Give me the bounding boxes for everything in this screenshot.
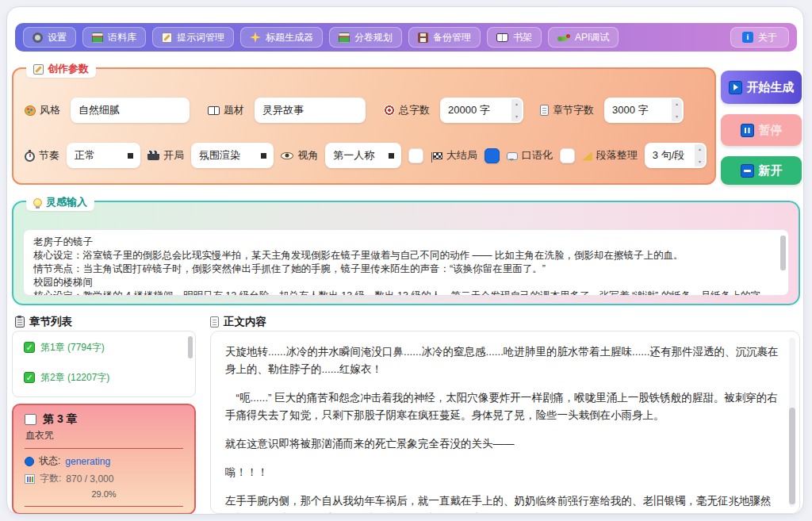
status-dot-icon (25, 457, 34, 466)
inspiration-title: 灵感输入 (26, 193, 94, 211)
paragraph-checkbox[interactable] (560, 148, 575, 163)
style-input[interactable]: 自然细腻 (71, 98, 190, 123)
finale-checkbox[interactable] (408, 148, 423, 163)
inspiration-textarea[interactable]: 老房子的镜子 核心设定：浴室镜子里的倒影总会比现实慢半拍，某天主角发现倒影在镜子… (23, 229, 789, 296)
corpus-book-icon (92, 33, 103, 43)
volume-plan-button[interactable]: 分卷规划 (329, 27, 402, 48)
creation-params-panel: 创作参数 风格 自然细腻 题材 灵异故事 总字数 20000 字 (12, 67, 716, 185)
eye-icon (281, 152, 293, 159)
page-icon (540, 105, 549, 116)
content-paragraph: 嗡！！！ (225, 464, 779, 481)
triangle-ruler-icon (582, 152, 592, 161)
gear-icon (33, 33, 43, 43)
theme-input[interactable]: 灵异故事 (255, 98, 366, 123)
paragraph-label: 段落整理 (582, 148, 638, 163)
divider (25, 506, 183, 507)
pov-select[interactable]: 第一人称 (325, 143, 401, 168)
chapter-list-item[interactable]: 第1章 (7794字) (24, 339, 184, 355)
colloquial-checkbox[interactable] (485, 148, 500, 163)
content-scrollbar-thumb[interactable] (789, 408, 795, 504)
lightbulb-icon (33, 198, 42, 207)
sparkles-icon (250, 32, 261, 43)
checkmark-icon (24, 342, 35, 353)
memo-icon (33, 64, 44, 75)
play-icon (729, 81, 742, 94)
checkmark-icon (24, 372, 35, 383)
params-row-2: 节奏 正常 开局 氛围渲染 视角 第一人称 大结局 (25, 143, 707, 168)
speech-bubble-icon (507, 152, 518, 160)
settings-label: 设置 (48, 31, 67, 44)
content-area[interactable]: 天旋地转......冰冷的井水瞬间淹没口鼻......冰冷的窒息感......呛… (210, 331, 800, 514)
status-row: 状态: generating (25, 454, 183, 468)
word-count-row: 字数: 870 / 3,000 (25, 472, 183, 485)
document-icon (210, 316, 219, 328)
current-chapter-card[interactable]: 第 3 章 血衣咒 状态: generating 字数: 870 / 3,000… (12, 404, 196, 515)
start-generate-button[interactable]: 开始生成 (721, 71, 802, 104)
colloquial-label: 口语化 (507, 148, 553, 163)
pace-label: 节奏 (25, 148, 59, 163)
content-paragraph: 就在这意识即将被那汹涌而来的死亡景象完全吞没的关头—— (225, 435, 779, 453)
current-chapter-title-row: 第 3 章 (25, 412, 183, 427)
chapter-list-title: 章节列表 (15, 315, 72, 329)
memo-icon (162, 33, 172, 43)
main-toolbar: 设置 语料库 提示词管理 标题生成器 分卷规划 备份管理 书架 API调试 (15, 23, 797, 52)
new-button[interactable]: 新开 (721, 156, 802, 185)
opening-select[interactable]: 氛围渲染 (191, 143, 274, 168)
style-label: 风格 (25, 103, 60, 117)
chapter-list: 第1章 (7794字) 第2章 (12207字) (12, 331, 196, 397)
empty-checkbox-icon (25, 414, 36, 425)
current-chapter-subtitle: 血衣咒 (25, 429, 183, 442)
checkered-flag-icon (433, 152, 442, 159)
chapter-words-stepper[interactable]: 3000 字 ▴▾ (604, 98, 684, 123)
stepper-arrows[interactable]: ▴▾ (695, 144, 705, 167)
word-count-value: 870 / 3,000 (66, 473, 113, 485)
total-words-label: 总字数 (384, 103, 430, 117)
status-value: generating (65, 456, 110, 467)
current-chapter-title: 第 3 章 (43, 412, 78, 427)
params-row-1: 风格 自然细腻 题材 灵异故事 总字数 20000 字 ▴▾ 章节 (25, 98, 707, 123)
about-button[interactable]: 关于 (730, 27, 789, 48)
params-title: 创作参数 (26, 60, 96, 78)
inspiration-scrollbar[interactable] (780, 236, 786, 270)
clipboard-icon (15, 316, 25, 328)
chapter-list-scrollbar[interactable] (188, 336, 193, 358)
chapter-list-item[interactable]: 第2章 (12207字) (24, 370, 184, 385)
divider (25, 448, 183, 449)
pov-label: 视角 (281, 148, 318, 163)
stepper-arrows[interactable]: ▴▾ (672, 99, 682, 121)
progress-percent: 29.0% (25, 489, 183, 499)
stepper-arrows[interactable]: ▴▾ (511, 99, 522, 121)
book-icon (208, 106, 220, 115)
content-paragraph: 天旋地转......冰冷的井水瞬间淹没口鼻......冰冷的窒息感......呛… (225, 343, 779, 378)
api-debug-button[interactable]: API调试 (548, 27, 619, 48)
open-book-icon (496, 33, 508, 42)
theme-label: 题材 (208, 103, 244, 117)
stopwatch-icon (25, 151, 35, 162)
new-icon (741, 164, 754, 178)
info-icon (742, 32, 753, 43)
bookshelf-button[interactable]: 书架 (487, 27, 542, 48)
backup-button[interactable]: 备份管理 (408, 27, 481, 48)
target-icon (384, 105, 395, 116)
bookshelf-label: 书架 (513, 31, 532, 44)
volume-plan-label: 分卷规划 (354, 31, 393, 44)
sentences-stepper[interactable]: 3 句/段 ▴▾ (645, 143, 707, 168)
pause-icon (741, 124, 754, 137)
prompt-manager-label: 提示词管理 (177, 31, 224, 44)
prompt-manager-button[interactable]: 提示词管理 (152, 27, 234, 48)
title-generator-button[interactable]: 标题生成器 (240, 27, 323, 48)
finale-label: 大结局 (431, 148, 477, 163)
corpus-button[interactable]: 语料库 (82, 27, 146, 48)
about-label: 关于 (758, 31, 777, 44)
pace-select[interactable]: 正常 (67, 143, 140, 168)
backup-label: 备份管理 (433, 31, 471, 44)
settings-button[interactable]: 设置 (23, 27, 76, 48)
pause-button[interactable]: 暂停 (721, 114, 802, 146)
total-words-stepper[interactable]: 20000 字 ▴▾ (440, 98, 523, 123)
content-title: 正文内容 (210, 315, 266, 329)
api-debug-label: API调试 (575, 31, 609, 44)
chapter-words-label: 章节字数 (540, 103, 594, 117)
content-paragraph: 左手手腕内侧，那个自从我幼年车祸后，就一直戴在手上的、奶奶临终前强行塞给我的、老… (225, 492, 779, 514)
floppy-icon (418, 33, 428, 43)
bug-icon (557, 34, 570, 41)
